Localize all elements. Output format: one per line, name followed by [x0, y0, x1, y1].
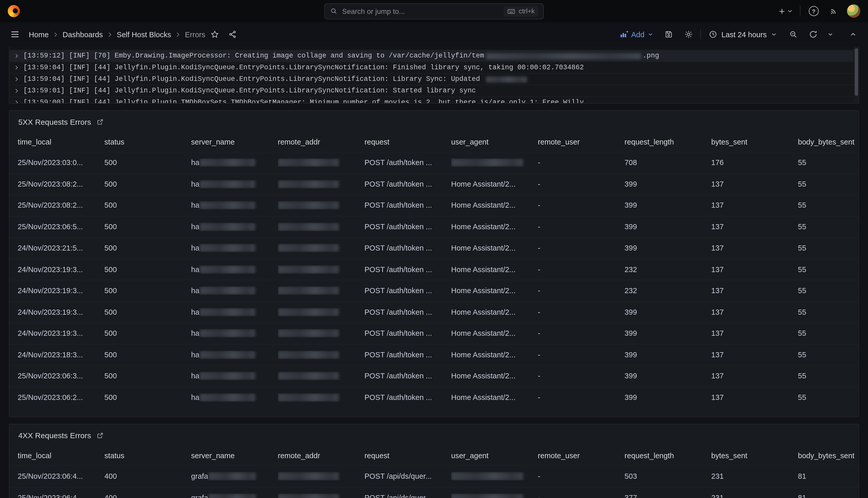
- log-row[interactable]: [13:59:00] [INF] [44] Jellyfin.Plugin.TM…: [10, 96, 859, 104]
- column-header-bytes_sent[interactable]: bytes_sent: [711, 451, 798, 459]
- zoom-out-button[interactable]: [785, 26, 802, 43]
- refresh-interval-dropdown[interactable]: [825, 26, 836, 43]
- cell-text: 25/Nov/2023:08:2...: [18, 180, 83, 188]
- log-expand-icon[interactable]: [14, 100, 19, 103]
- table-cell: 399: [625, 201, 711, 209]
- table-cell: 25/Nov/2023:03:0...: [18, 159, 104, 167]
- column-header-time_local[interactable]: time_local: [18, 451, 104, 459]
- refresh-button[interactable]: [805, 26, 822, 43]
- log-row[interactable]: [13:59:12] [INF] [70] Emby.Drawing.Image…: [10, 50, 859, 61]
- table-cell: [278, 287, 365, 295]
- column-header-request[interactable]: request: [365, 137, 451, 146]
- cell-text: -: [538, 493, 540, 498]
- table-cell: -: [538, 265, 625, 273]
- column-header-request_length[interactable]: request_length: [625, 137, 711, 146]
- table-row: 24/Nov/2023:19:3...500haPOST /auth/token…: [10, 323, 859, 344]
- table-cell: 24/Nov/2023:21:5...: [18, 244, 104, 252]
- cell-text: 25/Nov/2023:03:0...: [18, 159, 83, 167]
- table-cell: 55: [798, 244, 859, 252]
- column-header-remote_user[interactable]: remote_user: [538, 137, 625, 146]
- cell-text: 55: [798, 223, 806, 231]
- log-row[interactable]: [13:59:04] [INF] [44] Jellyfin.Plugin.Ko…: [10, 62, 859, 73]
- breadcrumb: Home Dashboards Self Host Blocks Errors: [29, 30, 205, 39]
- plus-icon: [778, 7, 786, 15]
- log-expand-icon[interactable]: [14, 65, 19, 70]
- cell-text: 232: [625, 287, 637, 295]
- table-cell: 500: [104, 308, 191, 316]
- panel-title[interactable]: 5XX Requests Errors: [18, 118, 91, 127]
- column-header-body_bytes_sent[interactable]: body_bytes_sent: [798, 137, 859, 146]
- save-dashboard-button[interactable]: [661, 26, 677, 43]
- cell-text: POST /auth/token ...: [365, 393, 432, 402]
- news-button[interactable]: [827, 4, 840, 18]
- panel-title[interactable]: 4XX Requests Errors: [18, 431, 91, 440]
- table-cell: 55: [798, 223, 859, 231]
- cell-text: 25/Nov/2023:06:2...: [18, 393, 83, 402]
- log-expand-icon[interactable]: [14, 77, 19, 82]
- log-expand-icon[interactable]: [14, 53, 19, 59]
- column-header-request_length[interactable]: request_length: [625, 451, 711, 459]
- cell-text: 24/Nov/2023:18:3...: [18, 351, 83, 359]
- grafana-logo[interactable]: [8, 5, 20, 17]
- table-cell: POST /api/ds/quer...: [365, 472, 451, 480]
- new-menu-button[interactable]: [778, 4, 793, 18]
- external-link-icon[interactable]: [96, 118, 104, 126]
- column-header-status[interactable]: status: [104, 451, 191, 459]
- cell-text: 176: [711, 159, 724, 167]
- cell-text: POST /api/ds/quer...: [365, 472, 432, 480]
- scrollbar-track[interactable]: [854, 47, 858, 103]
- table-cell: 55: [798, 287, 859, 295]
- column-header-server_name[interactable]: server_name: [191, 451, 278, 459]
- breadcrumb-home[interactable]: Home: [29, 30, 49, 39]
- log-row[interactable]: [13:59:01] [INF] [44] Jellyfin.Plugin.Ko…: [10, 85, 859, 96]
- column-header-server_name[interactable]: server_name: [191, 137, 278, 146]
- share-button[interactable]: [224, 26, 241, 43]
- table-row: 25/Nov/2023:06:2...500haPOST /auth/token…: [10, 386, 859, 408]
- cell-text: 232: [625, 265, 637, 273]
- redacted-text: [278, 493, 339, 498]
- redacted-text: [200, 329, 256, 338]
- time-range-picker[interactable]: Last 24 hours: [704, 26, 782, 43]
- column-header-body_bytes_sent[interactable]: body_bytes_sent: [798, 451, 859, 459]
- column-header-bytes_sent[interactable]: bytes_sent: [711, 137, 798, 146]
- scrollbar-thumb[interactable]: [854, 48, 858, 96]
- log-text-segment: [13:59:00] [INF] [44] Jellyfin.Plugin.TM…: [23, 97, 584, 104]
- column-header-time_local[interactable]: time_local: [18, 137, 104, 146]
- collapse-toolbar-button[interactable]: [845, 26, 861, 43]
- cell-text: 399: [625, 308, 637, 316]
- column-header-remote_user[interactable]: remote_user: [538, 451, 625, 459]
- dashboard-settings-button[interactable]: [680, 26, 697, 43]
- table-cell: ha: [191, 308, 278, 316]
- breadcrumb-self-host-blocks[interactable]: Self Host Blocks: [117, 30, 171, 39]
- log-row[interactable]: [13:59:04] [INF] [44] Jellyfin.Plugin.Ko…: [10, 73, 859, 85]
- log-row[interactable]: [10, 47, 859, 50]
- help-button[interactable]: ?: [807, 4, 820, 18]
- breadcrumb-dashboards[interactable]: Dashboards: [63, 30, 103, 39]
- help-icon: ?: [809, 6, 819, 16]
- search-input[interactable]: Search or jump to... ctrl+k: [324, 3, 544, 19]
- table-cell: 55: [798, 393, 859, 402]
- favorite-button[interactable]: [206, 26, 223, 43]
- share-icon: [228, 30, 237, 39]
- table-cell: 25/Nov/2023:06:5...: [18, 223, 104, 231]
- table-cell: [451, 472, 538, 480]
- mega-menu-button[interactable]: [7, 26, 23, 43]
- column-header-user_agent[interactable]: user_agent: [451, 137, 538, 146]
- table-cell: Home Assistant/2...: [451, 223, 538, 231]
- table-cell: 55: [798, 372, 859, 380]
- column-header-request[interactable]: request: [365, 451, 451, 459]
- cell-text: Home Assistant/2...: [451, 244, 516, 252]
- external-link-icon[interactable]: [96, 432, 104, 439]
- table-cell: 81: [798, 472, 859, 480]
- redacted-text: [278, 287, 339, 295]
- column-header-status[interactable]: status: [104, 137, 191, 146]
- add-panel-button[interactable]: Add: [616, 26, 657, 43]
- cell-text: 500: [104, 308, 117, 316]
- save-icon: [664, 30, 673, 39]
- column-header-remote_addr[interactable]: remote_addr: [278, 137, 365, 146]
- column-header-remote_addr[interactable]: remote_addr: [278, 451, 365, 459]
- log-expand-icon[interactable]: [14, 88, 19, 94]
- column-header-user_agent[interactable]: user_agent: [451, 451, 538, 459]
- user-avatar[interactable]: [847, 4, 860, 18]
- news-icon: [829, 7, 838, 16]
